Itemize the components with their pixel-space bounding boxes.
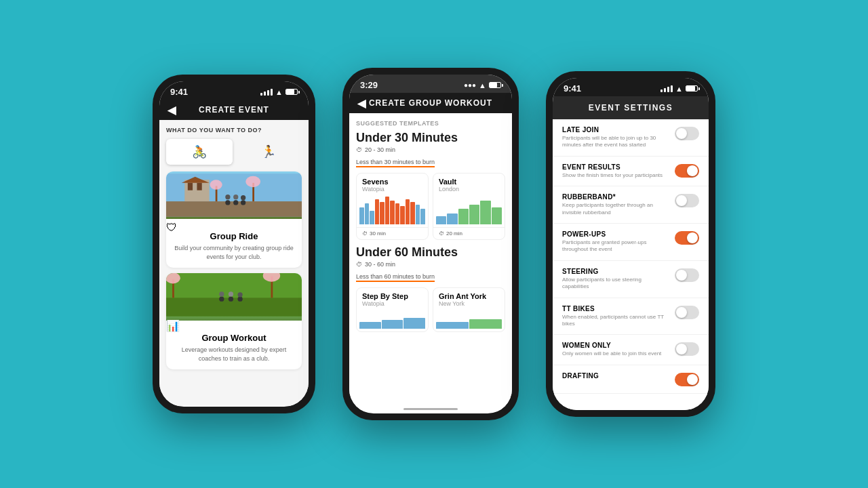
toggle-women-only[interactable] [675, 342, 699, 356]
sbar3 [667, 87, 669, 92]
svg-point-15 [241, 195, 245, 200]
section-under60: Under 60 Minutes ⏱ 30 - 60 min Less than… [356, 245, 505, 332]
setting-title-3: POWER-UPS [562, 230, 668, 238]
section2-meta: ⏱ 30 - 60 min [356, 261, 505, 268]
sevens-footer: ⏱ 30 min [357, 227, 428, 239]
setting-women-only: WOMEN ONLY Only women will be able to jo… [553, 335, 709, 365]
setting-title-7: DRAFTING [562, 372, 668, 380]
ride-icon: 🛡 [166, 222, 302, 234]
content-3: LATE JOIN Participants will be able to j… [553, 119, 709, 410]
bar1 [260, 93, 262, 96]
vault-header: Vault London [433, 174, 505, 197]
setting-text-5: TT BIKES When enabled, participants cann… [562, 305, 675, 328]
tab-row-1: 🚴 🏃 [166, 139, 302, 165]
svg-point-12 [233, 200, 238, 205]
status-icons-3: ▲ [660, 85, 698, 93]
vault-loc: London [439, 186, 499, 192]
svg-point-26 [237, 297, 242, 302]
svg-point-25 [229, 291, 233, 296]
workout-scene: 📊 [166, 273, 302, 321]
setting-drafting: DRAFTING [553, 365, 709, 394]
toggle-event-results[interactable] [675, 164, 699, 178]
phone-event-settings: 9:41 ▲ EVENT SETTINGS LATE JOIN Partic [546, 71, 715, 417]
sbs-name: Step By Step [362, 292, 422, 300]
setting-event-results: EVENT RESULTS Show the finish times for … [553, 157, 709, 186]
tab-cycling[interactable]: 🚴 [166, 139, 233, 165]
setting-text-2: RUBBERBAND* Keep participants together t… [562, 193, 675, 216]
svg-point-11 [225, 195, 230, 199]
clock-s: ⏱ [362, 230, 368, 237]
wifi-3: ▲ [675, 85, 683, 93]
content-2: SUGGESTED TEMPLATES Under 30 Minutes ⏱ 2… [349, 113, 512, 411]
section2-cards: Step By Step Watopia Grin Ant York New [356, 287, 505, 332]
svg-point-22 [219, 297, 224, 302]
sbar4 [671, 85, 673, 92]
sevens-card[interactable]: Sevens Watopia [356, 173, 429, 240]
setting-text-7: DRAFTING [562, 372, 675, 381]
svg-rect-17 [166, 298, 302, 317]
setting-desc-6: Only women will be able to join this eve… [562, 350, 668, 357]
vault-chart [433, 197, 505, 227]
stepbystep-card[interactable]: Step By Step Watopia [356, 287, 429, 332]
sevens-header: Sevens Watopia [357, 174, 428, 197]
setting-title-4: STEERING [562, 268, 668, 275]
toggle-powerups[interactable] [675, 231, 699, 245]
back-btn-1[interactable]: ◀ [167, 104, 176, 117]
workout-card-title: Group Workout [173, 333, 295, 343]
toggle-late-join[interactable] [675, 127, 699, 140]
running-icon: 🏃 [261, 144, 276, 159]
signal-3 [660, 85, 673, 92]
cycling-icon: 🚴 [192, 144, 207, 159]
setting-ttbikes: TT BIKES When enabled, participants cann… [553, 298, 709, 336]
sevens-chart [357, 197, 428, 227]
section1-meta: ⏱ 20 - 30 min [356, 146, 505, 153]
workout-card-desc: Leverage workouts designed by expert coa… [173, 346, 295, 363]
setting-title-1: EVENT RESULTS [562, 163, 668, 171]
setting-text-0: LATE JOIN Participants will be able to j… [562, 126, 675, 149]
section2-sub: Less than 60 minutes to burn [356, 273, 435, 282]
sbs-loc: Watopia [362, 300, 422, 307]
vault-footer: ⏱ 20 min [433, 227, 505, 239]
time-1: 9:41 [170, 87, 188, 97]
bar2 [264, 92, 266, 96]
setting-title-0: LATE JOIN [562, 126, 668, 134]
ga-chart [433, 311, 505, 331]
section1-sub: Less than 30 minutes to burn [356, 159, 435, 167]
svg-point-23 [219, 291, 224, 296]
svg-rect-5 [197, 183, 201, 190]
ga-name: Grin Ant York [439, 292, 499, 300]
setting-steering: STEERING Allow participants to use steer… [553, 261, 709, 298]
svg-point-14 [241, 200, 245, 205]
section-under30: Under 30 Minutes ⏱ 20 - 30 min Less than… [356, 131, 505, 240]
toggle-steering[interactable] [675, 268, 699, 282]
tab-running[interactable]: 🏃 [235, 139, 302, 165]
app-header-2: ◀ CREATE GROUP WORKOUT [349, 93, 512, 113]
vault-name: Vault [439, 178, 499, 186]
sevens-loc: Watopia [362, 186, 422, 192]
setting-text-4: STEERING Allow participants to use steer… [562, 268, 675, 291]
status-bar-3: 9:41 ▲ [553, 78, 709, 96]
status-bar-1: 9:41 ▲ [159, 81, 309, 100]
back-btn-2[interactable]: ◀ [357, 97, 366, 110]
phone-create-event: 9:41 ▲ ◀ CREATE EVENT WHAT DO YOU WANT T… [153, 75, 315, 413]
toggle-drafting[interactable] [675, 373, 699, 386]
grinant-card[interactable]: Grin Ant York New York [433, 287, 505, 332]
sbar2 [664, 88, 666, 92]
sevens-name: Sevens [362, 178, 422, 186]
ride-card-desc: Build your community by creating group r… [173, 244, 295, 261]
svg-rect-4 [188, 183, 193, 190]
toggle-rubberband[interactable] [675, 194, 699, 207]
app-header-1: ◀ CREATE EVENT [159, 100, 309, 120]
svg-point-13 [233, 195, 238, 199]
svg-point-9 [245, 176, 260, 187]
vault-card[interactable]: Vault London ⏱ 2 [433, 173, 505, 240]
header-title-1: CREATE EVENT [199, 105, 269, 115]
group-ride-card[interactable]: 🛡 Group Ride Build your community by cre… [166, 171, 302, 268]
status-icons-1: ▲ [260, 88, 298, 96]
header-title-3: EVENT SETTINGS [589, 103, 673, 113]
svg-point-27 [237, 292, 242, 297]
time-3: 9:41 [564, 83, 581, 94]
toggle-ttbikes[interactable] [675, 306, 699, 319]
svg-point-7 [210, 180, 222, 190]
group-workout-card[interactable]: 📊 Group Workout Leverage workouts design… [166, 273, 302, 369]
